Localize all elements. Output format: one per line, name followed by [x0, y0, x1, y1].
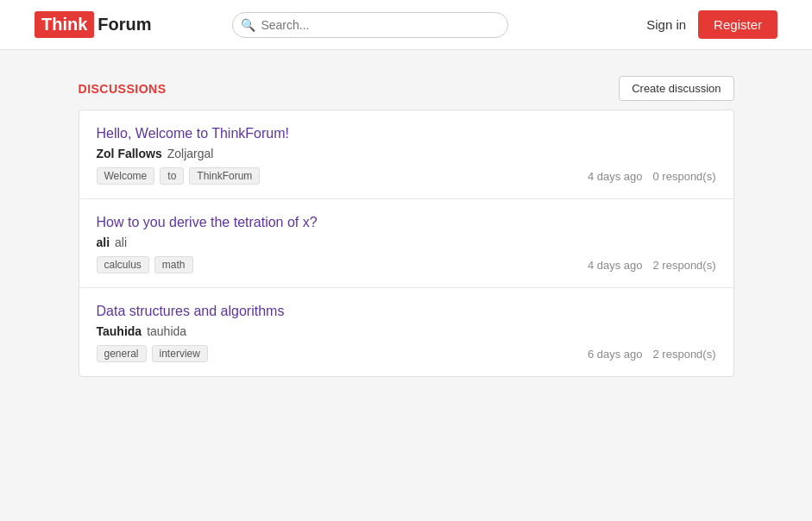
- tags: calculusmath: [97, 256, 193, 273]
- discussion-meta: 4 days ago 2 respond(s): [588, 259, 716, 272]
- discussion-title[interactable]: How to you derive the tetration of x?: [97, 215, 716, 230]
- author-row: ali ali: [97, 235, 716, 249]
- search-input[interactable]: [232, 12, 508, 38]
- author-light: ali: [115, 235, 127, 249]
- author-light: tauhida: [147, 324, 186, 338]
- author-bold: Zol Fallows: [97, 147, 162, 160]
- title-d: D: [79, 82, 88, 96]
- tag[interactable]: to: [160, 167, 184, 185]
- logo[interactable]: Think Forum: [35, 11, 155, 38]
- discussion-item: Data structures and algorithms Tauhida t…: [79, 288, 733, 376]
- discussion-title[interactable]: Hello, Welcome to ThinkForum!: [97, 126, 716, 141]
- tag[interactable]: ThinkForum: [189, 167, 260, 185]
- register-button[interactable]: Register: [698, 10, 777, 39]
- responds-count: 0 respond(s): [653, 170, 716, 183]
- author-bold: ali: [97, 235, 110, 249]
- time-ago: 4 days ago: [588, 259, 643, 272]
- logo-forum: Forum: [94, 11, 154, 38]
- discussion-meta: 4 days ago 0 respond(s): [588, 170, 716, 183]
- discussion-meta: 6 days ago 2 respond(s): [588, 348, 716, 361]
- author-row: Zol Fallows Zoljargal: [97, 147, 716, 160]
- discussions-header: DISCUSSIONS Create discussion: [79, 76, 734, 101]
- tag[interactable]: math: [154, 256, 193, 273]
- search-icon: 🔍: [241, 18, 255, 32]
- author-bold: Tauhida: [97, 324, 142, 338]
- responds-count: 2 respond(s): [653, 348, 716, 361]
- create-discussion-button[interactable]: Create discussion: [619, 76, 733, 101]
- discussions-title: DISCUSSIONS: [79, 82, 167, 96]
- author-row: Tauhida tauhida: [97, 324, 716, 338]
- logo-think: Think: [35, 11, 94, 38]
- tag[interactable]: calculus: [97, 256, 149, 273]
- discussion-title[interactable]: Data structures and algorithms: [97, 304, 716, 319]
- discussion-item: How to you derive the tetration of x? al…: [79, 199, 733, 288]
- tags-meta-row: generalinterview 6 days ago 2 respond(s): [97, 345, 716, 362]
- author-light: Zoljargal: [167, 147, 214, 160]
- tag[interactable]: interview: [152, 345, 208, 362]
- discussion-item: Hello, Welcome to ThinkForum! Zol Fallow…: [79, 110, 733, 199]
- main-content: DISCUSSIONS Create discussion Hello, Wel…: [70, 76, 743, 377]
- title-rest: ISCUSSIONS: [87, 82, 166, 96]
- tags: WelcometoThinkForum: [97, 167, 261, 185]
- search-container: 🔍: [232, 12, 508, 38]
- time-ago: 4 days ago: [588, 170, 643, 183]
- discussion-list: Hello, Welcome to ThinkForum! Zol Fallow…: [79, 110, 734, 377]
- sign-in-link[interactable]: Sign in: [646, 17, 686, 32]
- tags-meta-row: calculusmath 4 days ago 2 respond(s): [97, 256, 716, 273]
- tag[interactable]: general: [97, 345, 147, 362]
- tag[interactable]: Welcome: [97, 167, 155, 185]
- responds-count: 2 respond(s): [653, 259, 716, 272]
- tags: generalinterview: [97, 345, 208, 362]
- header-right: Sign in Register: [646, 10, 777, 39]
- tags-meta-row: WelcometoThinkForum 4 days ago 0 respond…: [97, 167, 716, 185]
- header: Think Forum 🔍 Sign in Register: [0, 0, 812, 50]
- time-ago: 6 days ago: [588, 348, 643, 361]
